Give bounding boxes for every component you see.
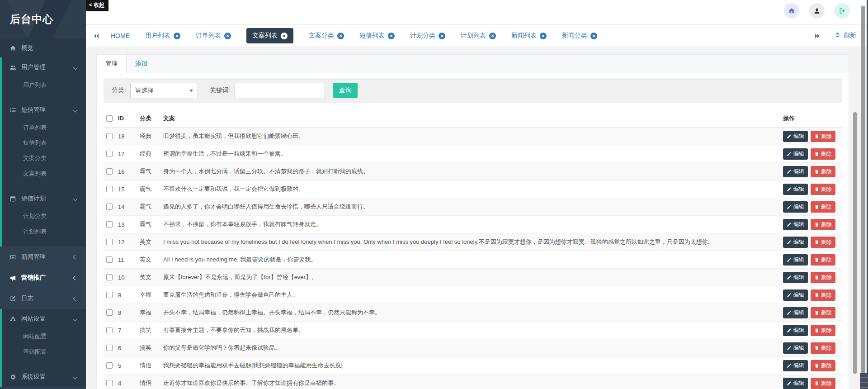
row-checkbox[interactable] <box>106 204 113 210</box>
edit-button[interactable]: 编辑 <box>783 360 808 371</box>
home-button[interactable] <box>784 3 799 19</box>
delete-button[interactable]: 删除 <box>811 272 835 283</box>
row-checkbox[interactable] <box>106 239 113 245</box>
delete-button[interactable]: 删除 <box>811 307 835 318</box>
delete-button[interactable]: 删除 <box>811 325 835 336</box>
close-tab-icon[interactable]: × <box>388 33 395 39</box>
tab-add[interactable]: 添加 <box>127 55 156 73</box>
open-tab-订单列表[interactable]: 订单列表× <box>196 32 231 40</box>
delete-button[interactable]: 删除 <box>811 131 835 142</box>
sidebar-subitem-文案列表[interactable]: 文案列表 <box>2 166 86 181</box>
search-button[interactable]: 查询 <box>333 83 358 98</box>
sidebar-subitem-计划分类[interactable]: 计划分类 <box>2 209 86 224</box>
sidebar-subitem-短信列表[interactable]: 短信列表 <box>2 135 86 151</box>
delete-button[interactable]: 删除 <box>811 201 835 213</box>
open-tab-文案列表[interactable]: 文案列表× <box>246 28 293 43</box>
edit-button[interactable]: 编辑 <box>783 184 808 195</box>
refresh-button[interactable]: 刷新 <box>834 32 856 40</box>
delete-button[interactable]: 删除 <box>811 166 835 177</box>
sidebar-subitem-文案分类[interactable]: 文案分类 <box>2 151 86 166</box>
category-select[interactable]: 请选择 <box>130 83 198 98</box>
select-all-checkbox[interactable] <box>106 115 113 122</box>
open-tab-新闻列表[interactable]: 新闻列表× <box>511 32 547 40</box>
close-tab-icon[interactable]: × <box>489 33 496 39</box>
open-tab-短信列表[interactable]: 短信列表× <box>359 32 395 40</box>
row-checkbox[interactable] <box>106 292 113 298</box>
row-checkbox[interactable] <box>106 133 113 139</box>
close-tab-icon[interactable]: × <box>174 33 180 39</box>
sidebar-item-日志[interactable]: 日志 <box>2 288 86 309</box>
open-tab-文案分类[interactable]: 文案分类× <box>309 32 344 40</box>
edit-button[interactable]: 编辑 <box>783 254 808 266</box>
sidebar-item-新闻管理[interactable]: 新闻管理 <box>2 247 86 267</box>
sidebar-item-用户管理[interactable]: 用户管理 <box>2 57 86 77</box>
edit-button[interactable]: 编辑 <box>783 325 808 336</box>
row-checkbox[interactable] <box>106 151 113 157</box>
delete-button[interactable]: 删除 <box>811 378 835 389</box>
edit-button[interactable]: 编辑 <box>783 219 808 230</box>
open-tab-用户列表[interactable]: 用户列表× <box>145 32 180 40</box>
sidebar-collapse-button[interactable]: < 收起 <box>86 0 108 11</box>
sidebar-item-短信计划[interactable]: 短信计划 <box>2 189 86 209</box>
delete-button[interactable]: 删除 <box>811 184 835 195</box>
edit-button[interactable]: 编辑 <box>783 342 808 354</box>
close-tab-icon[interactable]: × <box>439 33 445 39</box>
row-checkbox[interactable] <box>106 186 113 192</box>
page-scrollbar-thumb[interactable] <box>861 6 865 389</box>
close-tab-icon[interactable]: × <box>540 33 547 39</box>
delete-button[interactable]: 删除 <box>811 360 835 371</box>
sidebar-subitem-基础配置[interactable]: 基础配置 <box>2 344 86 360</box>
edit-button[interactable]: 编辑 <box>783 378 808 389</box>
open-tab-HOME[interactable]: HOME <box>111 32 130 39</box>
scroll-tabs-left-button[interactable] <box>93 33 100 39</box>
sidebar-item-网站设置[interactable]: 网站设置 <box>2 309 86 329</box>
edit-button[interactable]: 编辑 <box>783 307 808 318</box>
edit-button[interactable]: 编辑 <box>783 131 808 142</box>
scrollbar-corner-grip[interactable] <box>860 373 868 389</box>
delete-button[interactable]: 删除 <box>811 289 835 301</box>
close-tab-icon[interactable]: × <box>590 33 597 39</box>
delete-button[interactable]: 删除 <box>811 219 835 230</box>
sidebar-item-短信管理[interactable]: 短信管理 <box>2 100 86 120</box>
cell-text: 不喜欢什么一定要和我说，我一定会把它做到极致的。 <box>163 185 783 193</box>
sidebar-item-概览[interactable]: 概览 <box>0 38 86 57</box>
tab-manage[interactable]: 管理 <box>97 55 127 73</box>
open-tab-新闻分类[interactable]: 新闻分类× <box>562 32 597 40</box>
sidebar-subitem-计划列表[interactable]: 计划列表 <box>2 224 86 239</box>
row-checkbox[interactable] <box>106 345 113 351</box>
user-button[interactable] <box>809 3 825 19</box>
sidebar-subitem-网站配置[interactable]: 网站配置 <box>2 329 86 344</box>
close-tab-icon[interactable]: × <box>281 33 288 39</box>
close-tab-icon[interactable]: × <box>337 33 344 39</box>
sidebar-item-营销推广[interactable]: 营销推广 <box>2 267 86 288</box>
edit-button[interactable]: 编辑 <box>783 148 808 160</box>
row-checkbox[interactable] <box>106 362 113 369</box>
edit-button[interactable]: 编辑 <box>783 289 808 301</box>
row-checkbox[interactable] <box>106 309 113 316</box>
delete-button[interactable]: 删除 <box>811 148 835 160</box>
sidebar-subitem-用户列表[interactable]: 用户列表 <box>2 77 86 93</box>
delete-button[interactable]: 删除 <box>811 254 835 266</box>
refresh-icon <box>834 32 841 40</box>
open-tab-计划分类[interactable]: 计划分类× <box>410 32 445 40</box>
row-checkbox[interactable] <box>106 221 113 228</box>
edit-button[interactable]: 编辑 <box>783 237 808 248</box>
edit-button[interactable]: 编辑 <box>783 201 808 213</box>
row-checkbox[interactable] <box>106 327 113 333</box>
open-tab-计划列表[interactable]: 计划列表× <box>461 32 496 40</box>
table-scrollbar-thumb[interactable] <box>853 112 857 374</box>
scroll-tabs-right-button[interactable] <box>814 33 821 39</box>
keyword-input[interactable] <box>235 83 325 98</box>
sidebar-item-系统设置[interactable]: 系统设置 <box>2 367 86 387</box>
edit-button[interactable]: 编辑 <box>783 166 808 177</box>
delete-button[interactable]: 删除 <box>811 237 835 248</box>
row-checkbox[interactable] <box>106 168 113 175</box>
logout-button[interactable] <box>835 3 850 19</box>
sidebar-subitem-订单列表[interactable]: 订单列表 <box>2 120 86 135</box>
row-checkbox[interactable] <box>106 256 113 263</box>
close-tab-icon[interactable]: × <box>224 33 231 39</box>
row-checkbox[interactable] <box>106 274 113 280</box>
edit-button[interactable]: 编辑 <box>783 272 808 283</box>
row-checkbox[interactable] <box>106 380 113 386</box>
delete-button[interactable]: 删除 <box>811 342 835 354</box>
